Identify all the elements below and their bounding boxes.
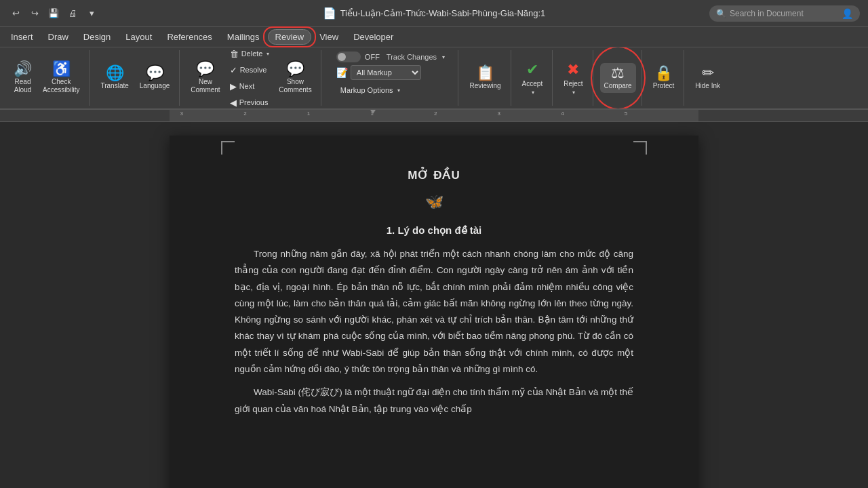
ribbon-group-accept: ✔ Accept ▾ xyxy=(513,50,553,106)
ruler-3b: 3 xyxy=(498,110,500,117)
page-container[interactable]: MỞ ĐẦU 🦋 1. Lý do chọn đề tài Trong nhữn… xyxy=(0,122,868,488)
title-bar-left: ↩ ↪ 💾 🖨 ▾ xyxy=(8,6,99,21)
print-button[interactable]: 🖨 xyxy=(65,6,80,21)
next-button[interactable]: ▶ Next xyxy=(226,79,274,94)
menu-bar: Insert Draw Design Layout References Mai… xyxy=(0,27,868,47)
document-title-area: 📄 Tiểu-Luận-Cảm-Thức-Wabi-Sabi-Phùng-Gia… xyxy=(323,7,546,20)
show-comments-label: Show Comments xyxy=(279,78,311,94)
accept-icon: ✔ xyxy=(526,61,538,79)
user-icon: 👤 xyxy=(842,8,853,19)
ribbon: 🔊 ReadAloud ♿ CheckAccessibility 🌐 Trans… xyxy=(0,47,868,110)
menu-developer[interactable]: Developer xyxy=(347,30,400,44)
ribbon-group-reviewing: 📋 Reviewing xyxy=(460,50,511,106)
new-comment-label: NewComment xyxy=(191,78,220,94)
main-area: MỞ ĐẦU 🦋 1. Lý do chọn đề tài Trong nhữn… xyxy=(0,122,868,488)
reject-button[interactable]: ✖ Reject ▾ xyxy=(559,58,587,98)
ruler-5: 5 xyxy=(625,110,627,117)
next-label: Next xyxy=(239,82,255,90)
reject-icon: ✖ xyxy=(567,61,579,79)
protect-button[interactable]: 🔒 Protect xyxy=(649,63,679,93)
menu-mailings[interactable]: Mailings xyxy=(220,30,267,44)
language-icon: 💬 xyxy=(146,66,164,81)
language-label: Language xyxy=(140,82,170,90)
accept-dropdown: ▾ xyxy=(532,89,534,96)
save-button[interactable]: 💾 xyxy=(46,6,61,21)
ribbon-group-comments: 💬 NewComment 🗑 Delete ▾ ✓ Resolve ▶ Next… xyxy=(181,50,321,106)
resolve-label: Resolve xyxy=(240,66,267,74)
reviewing-button[interactable]: 📋 Reviewing xyxy=(465,63,505,93)
compare-button[interactable]: ⚖ Compare xyxy=(600,63,636,93)
resolve-button[interactable]: ✓ Resolve xyxy=(226,62,274,77)
menu-layout[interactable]: Layout xyxy=(119,30,159,44)
toggle-knob xyxy=(338,53,346,61)
paragraph1: Trong những năm gần đây, xã hội phát tri… xyxy=(235,246,633,378)
document-title: Tiểu-Luận-Cảm-Thức-Wabi-Sabi-Phùng-Gia-N… xyxy=(340,8,546,18)
ruler-4: 4 xyxy=(561,110,564,117)
redo-button[interactable]: ↪ xyxy=(27,6,42,21)
menu-view[interactable]: View xyxy=(313,30,345,44)
track-changes-toggle: OFF Track Changes ▾ xyxy=(336,52,445,62)
hide-ink-button[interactable]: ✏ Hide Ink xyxy=(691,63,724,93)
compare-icon: ⚖ xyxy=(611,66,625,81)
track-changes-label: Track Changes xyxy=(387,53,437,61)
check-accessibility-button[interactable]: ♿ CheckAccessibility xyxy=(39,59,83,97)
translate-label: Translate xyxy=(100,82,128,90)
read-aloud-button[interactable]: 🔊 ReadAloud xyxy=(9,59,36,97)
translate-button[interactable]: 🌐 Translate xyxy=(96,63,132,93)
new-comment-button[interactable]: 💬 NewComment xyxy=(186,54,224,102)
resolve-icon: ✓ xyxy=(230,65,237,75)
accept-button[interactable]: ✔ Accept ▾ xyxy=(518,58,547,98)
translate-icon: 🌐 xyxy=(106,66,124,81)
menu-references[interactable]: References xyxy=(160,30,218,44)
previous-button[interactable]: ◀ Previous xyxy=(226,95,274,110)
language-button[interactable]: 💬 Language xyxy=(136,63,174,93)
corner-bracket-top-right xyxy=(633,141,647,155)
ruler-3: 3 xyxy=(180,110,183,117)
markup-select[interactable]: All Markup Simple Markup No Markup Origi… xyxy=(351,65,421,80)
hide-ink-icon: ✏ xyxy=(702,66,714,81)
word-icon: 📄 xyxy=(323,7,336,20)
protect-label: Protect xyxy=(653,82,675,90)
markup-options-button[interactable]: Markup Options ▾ xyxy=(336,83,404,98)
accessibility-icon: ♿ xyxy=(52,62,71,77)
protect-icon: 🔒 xyxy=(654,66,673,81)
track-changes-switch[interactable] xyxy=(336,52,361,62)
search-bar[interactable]: 🔍 👤 xyxy=(709,5,860,22)
markup-row: 📝 All Markup Simple Markup No Markup Ori… xyxy=(336,65,421,80)
window-controls: ↩ ↪ 💾 🖨 ▾ xyxy=(8,6,99,21)
read-aloud-label: ReadAloud xyxy=(14,78,32,94)
markup-options-row: Markup Options ▾ xyxy=(336,83,404,98)
ribbon-group-reject: ✖ Reject ▾ xyxy=(554,50,593,106)
delete-icon: 🗑 xyxy=(230,49,239,59)
menu-draw[interactable]: Draw xyxy=(41,30,75,44)
reviewing-icon: 📋 xyxy=(476,66,494,81)
menu-review[interactable]: Review xyxy=(268,29,312,45)
menu-design[interactable]: Design xyxy=(77,30,117,44)
undo-button[interactable]: ↩ xyxy=(8,6,23,21)
delete-dropdown-arrow: ▾ xyxy=(267,51,269,57)
ruler-2: 2 xyxy=(243,110,246,117)
markup-icon: 📝 xyxy=(336,67,348,78)
check-accessibility-label: CheckAccessibility xyxy=(43,78,79,94)
comment-actions-column: 🗑 Delete ▾ ✓ Resolve ▶ Next ◀ Previous xyxy=(226,47,274,110)
search-input[interactable] xyxy=(730,9,838,18)
document-page: MỞ ĐẦU 🦋 1. Lý do chọn đề tài Trong nhữn… xyxy=(170,136,698,488)
toggle-off-label: OFF xyxy=(365,53,380,61)
ribbon-group-protect: 🔒 Protect xyxy=(644,50,685,106)
title-bar: ↩ ↪ 💾 🖨 ▾ 📄 Tiểu-Luận-Cảm-Thức-Wabi-Sabi… xyxy=(0,0,868,27)
more-button[interactable]: ▾ xyxy=(84,6,99,21)
ruler-indicator xyxy=(370,110,376,114)
ruler-inner: 3 2 1 1 2 3 4 5 xyxy=(170,110,698,121)
show-comments-icon: 💬 xyxy=(286,62,304,77)
ribbon-group-language: 🌐 Translate 💬 Language xyxy=(91,50,180,106)
reviewing-label: Reviewing xyxy=(469,82,500,90)
menu-insert[interactable]: Insert xyxy=(4,30,40,44)
delete-button[interactable]: 🗑 Delete ▾ xyxy=(226,47,274,61)
show-comments-button[interactable]: 💬 Show Comments xyxy=(275,54,315,102)
track-changes-dropdown: ▾ xyxy=(442,54,445,60)
markup-options-arrow: ▾ xyxy=(397,87,400,94)
corner-bracket-top-left xyxy=(221,141,235,155)
next-icon: ▶ xyxy=(230,81,237,92)
speaker-icon: 🔊 xyxy=(14,62,32,77)
ruler-2b: 2 xyxy=(434,110,437,117)
